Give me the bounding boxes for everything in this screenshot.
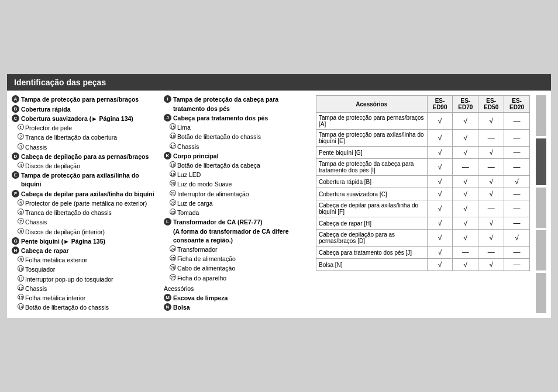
table-row: Cabeça de depilar para axilas/linha do b… [316, 200, 530, 217]
item-text: Interruptor pop-up do tosquiador [25, 275, 113, 284]
item-text: Folha metálica exterior [25, 256, 87, 265]
section-f-items: 5 Protector de pele (parte metálica no e… [12, 199, 158, 237]
num-22: 22 [170, 199, 176, 206]
page-title: Identificação das peças [14, 78, 106, 87]
section-l-note: (A forma do transformador de CA difere c… [173, 227, 310, 245]
table-cell-value: — [478, 200, 504, 217]
item-text: Tosquiador [25, 265, 55, 274]
list-item: 9 Folha metálica exterior [18, 256, 158, 265]
num-12: 12 [18, 285, 24, 291]
item-text: Chassis [25, 218, 47, 227]
table-cell-value: — [504, 217, 530, 230]
section-c-items: 1 Protector de pele 2 Tranca de libertaç… [12, 124, 158, 152]
table-cell-value: √ [478, 188, 504, 200]
section-g: G Pente biquíni (► Página 135) [12, 237, 158, 246]
table-cell-value: √ [478, 217, 504, 230]
section-l: L Transformador de CA (RE7-77) (A forma … [164, 218, 310, 245]
table-cell-value: — [504, 159, 530, 176]
section-n-label: Bolsa [173, 303, 190, 312]
table-row: Cabeça de depilação para as pernas/braço… [316, 230, 530, 247]
section-k-items: 18 Botão de libertação da cabeça 19 Luz … [164, 161, 310, 217]
num-1: 1 [18, 124, 24, 130]
table-cell-label: Cabeça de depilar para axilas/linha do b… [316, 200, 428, 217]
list-item: 25 Ficha de alimentação [170, 255, 310, 263]
section-f: F Cabeça de depilar para axilas/linha do… [12, 190, 158, 199]
section-d-items: 4 Discos de depilação [12, 162, 158, 171]
num-21: 21 [170, 190, 176, 196]
list-item: 6 Tranca de libertação do chassis [18, 209, 158, 217]
section-j-items: 15 Lima 16 Botão de libertação do chassi… [164, 123, 310, 151]
num-4: 4 [18, 162, 24, 168]
list-item: 5 Protector de pele (parte metálica no e… [18, 199, 158, 208]
letter-i: I [164, 95, 171, 103]
list-item: 26 Cabo de alimentação [170, 264, 310, 273]
table-cell-value: — [504, 188, 530, 200]
accessories-table: Acessórios ES-ED90 ES-ED70 ES-ED50 ES-ED… [316, 95, 530, 271]
item-text: Tranca de libertação do chassis [25, 209, 112, 217]
letter-h: H [12, 247, 19, 254]
num-9: 9 [18, 256, 24, 262]
table-row: Cabeça para tratamento dos pés [J]√——— [316, 247, 530, 259]
item-text: Discos de depilação [25, 162, 80, 171]
table-cell-value: — [504, 259, 530, 271]
num-18: 18 [170, 161, 176, 168]
item-text: Chassis [25, 285, 47, 293]
letter-j: J [164, 114, 171, 122]
letter-d: D [12, 152, 19, 160]
table-cell-value: √ [453, 147, 478, 159]
table-cell-value: √ [427, 259, 453, 271]
list-item: 20 Luz do modo Suave [170, 180, 310, 189]
table-row: Bolsa [N]√√√— [316, 259, 530, 271]
sidebar-block-3 [536, 230, 546, 270]
num-3: 3 [18, 143, 24, 150]
item-text: Protector de pele [25, 124, 72, 133]
list-item: 2 Tranca de libertação da cobertura [18, 133, 158, 142]
table-cell-value: √ [453, 130, 478, 147]
letter-a: A [12, 95, 19, 103]
section-j: J Cabeça para tratamento dos pés [164, 114, 310, 123]
section-l-label: Transformador de CA (RE7-77) [173, 218, 310, 227]
section-d: D Cabeça de depilação para as pernas/bra… [12, 152, 158, 161]
item-text: Ficha do aparelho [177, 274, 226, 283]
table-cell-value: — [453, 247, 478, 259]
num-6: 6 [18, 209, 24, 215]
table-cell-value: √ [453, 113, 478, 130]
table-cell-value: — [478, 130, 504, 147]
list-item: 24 Transformador [170, 245, 310, 254]
section-a: A Tampa de protecção para pernas/braços [12, 95, 158, 104]
item-text: Botão de libertação da cabeça [177, 161, 260, 170]
table-cell-value: √ [478, 176, 504, 188]
list-item: 3 Chassis [18, 143, 158, 152]
section-c: C Cobertura suavizadora (► Página 134) [12, 115, 158, 123]
num-25: 25 [170, 255, 176, 261]
section-e-label: Tampa de protecção para axilas/linha do … [21, 171, 158, 189]
table-header-es-ed50: ES-ED50 [478, 96, 504, 113]
section-i: I Tampa de protecção da cabeça para trat… [164, 95, 310, 113]
list-item: 12 Chassis [18, 285, 158, 293]
letter-e: E [12, 171, 19, 179]
num-13: 13 [18, 294, 24, 300]
table-cell-value: — [478, 159, 504, 176]
table-cell-value: √ [478, 147, 504, 159]
item-text: Transformador [177, 245, 217, 254]
sidebar-block-1 [536, 95, 546, 136]
num-26: 26 [170, 264, 176, 270]
table-cell-value: √ [427, 159, 453, 176]
table-cell-value: √ [427, 147, 453, 159]
list-item: 4 Discos de depilação [18, 162, 158, 171]
section-h-items: 9 Folha metálica exterior 10 Tosquiador … [12, 256, 158, 312]
item-text: Protector de pele (parte metálica no ext… [25, 199, 147, 208]
section-f-label: Cabeça de depilar para axilas/linha do b… [21, 190, 154, 199]
table-cell-value: √ [453, 259, 478, 271]
num-24: 24 [170, 245, 176, 252]
sidebar-block-4 [536, 273, 546, 313]
table-cell-value: — [504, 247, 530, 259]
table-row: Cobertura rápida [B]√√√√ [316, 176, 530, 188]
list-item: 22 Luz de carga [170, 199, 310, 208]
table-header-accessories: Acessórios [316, 96, 428, 113]
table-cell-value: √ [478, 259, 504, 271]
table-cell-value: √ [453, 230, 478, 247]
num-14: 14 [18, 303, 24, 310]
item-text: Interruptor de alimentação [177, 190, 249, 199]
list-item: 7 Chassis [18, 218, 158, 227]
